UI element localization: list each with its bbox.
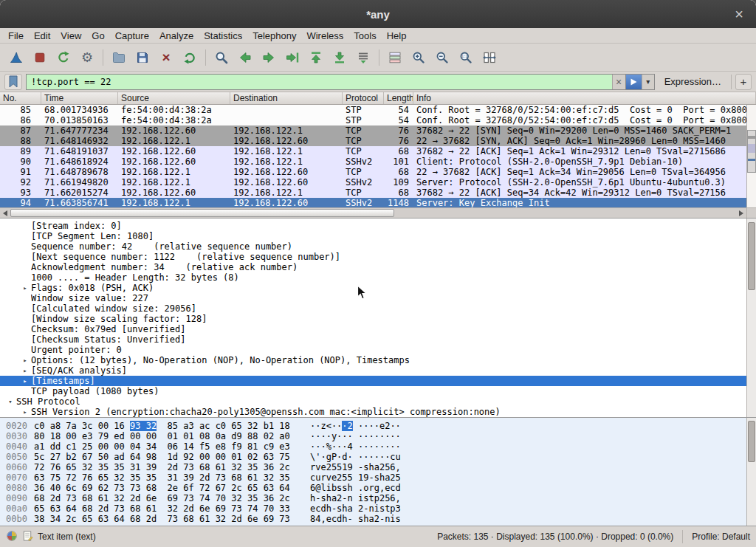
packet-cell-destination[interactable]: [230, 105, 343, 115]
hex-row[interactable]: 0020c0 a8 7a 3c 00 16 93 32 85 a3 ac c0 …: [0, 421, 746, 431]
close-capture-button[interactable]: ×: [155, 47, 177, 69]
zoom-reset-button[interactable]: 1:1: [455, 47, 477, 69]
packet-cell-length[interactable]: 54: [384, 115, 413, 125]
detail-line[interactable]: Sequence number: 42 (relative sequence n…: [0, 241, 746, 252]
expander-closed-icon[interactable]: ▸: [19, 355, 31, 365]
bytes-vscrollbar-thumb[interactable]: [748, 421, 755, 461]
packet-cell-time[interactable]: 71.648191037: [41, 146, 118, 156]
detail-line[interactable]: [Calculated window size: 29056]: [0, 303, 746, 314]
hex-bytes[interactable]: 5c 27 b2 67 50 ad 64 98 1d 92 00 00 01 0…: [34, 452, 301, 462]
go-first-button[interactable]: [305, 47, 327, 69]
packet-list-hscrollbar[interactable]: [0, 207, 746, 218]
packet-cell-time[interactable]: 71.663856741: [41, 198, 118, 208]
packet-cell-time[interactable]: 71.648146932: [41, 136, 118, 146]
hscrollbar-thumb[interactable]: [10, 209, 394, 217]
packet-cell-protocol[interactable]: TCP: [343, 136, 384, 146]
auto-scroll-button[interactable]: [352, 47, 374, 69]
packet-cell-source[interactable]: 192.168.122.1: [118, 167, 230, 177]
packet-cell-length[interactable]: 68: [384, 167, 413, 177]
packet-cell-length[interactable]: 68: [384, 146, 413, 156]
packet-cell-no[interactable]: 94: [0, 198, 41, 208]
packet-cell-source[interactable]: fe:54:00:d4:38:2a: [118, 115, 230, 125]
packet-cell-time[interactable]: 71.648618924: [41, 156, 118, 167]
save-capture-button[interactable]: [131, 47, 154, 69]
detail-line[interactable]: [Checksum Status: Unverified]: [0, 334, 746, 345]
packet-cell-destination[interactable]: 192.168.122.60: [230, 136, 343, 146]
packet-cell-info[interactable]: 37682 → 22 [SYN] Seq=0 Win=29200 Len=0 M…: [413, 125, 746, 136]
packet-cell-no[interactable]: 93: [0, 188, 41, 198]
resize-columns-button[interactable]: [478, 47, 501, 69]
packet-cell-time[interactable]: 70.013850163: [41, 115, 118, 125]
packet-cell-time[interactable]: 71.662015274: [41, 188, 118, 198]
packet-cell-time[interactable]: 71.648789678: [41, 167, 118, 177]
hex-bytes[interactable]: 68 2d 73 68 61 32 2d 6e 69 73 74 70 32 3…: [34, 493, 301, 503]
packet-cell-destination[interactable]: 192.168.122.1: [230, 146, 343, 156]
column-header-no[interactable]: No.: [0, 92, 41, 104]
packet-cell-length[interactable]: 1148: [384, 198, 413, 208]
detail-line[interactable]: ▾SSH Protocol: [0, 396, 746, 407]
menu-tools[interactable]: Tools: [348, 28, 381, 43]
packet-cell-protocol[interactable]: STP: [343, 115, 384, 125]
packet-cell-info[interactable]: 37682 → 22 [ACK] Seq=34 Ack=42 Win=29312…: [413, 188, 746, 198]
packet-row[interactable]: 9071.648618924192.168.122.60192.168.122.…: [0, 156, 746, 167]
packet-cell-destination[interactable]: 192.168.122.1: [230, 188, 343, 198]
detail-line[interactable]: Urgent pointer: 0: [0, 345, 746, 355]
packet-cell-destination[interactable]: [230, 115, 343, 125]
packet-cell-source[interactable]: 192.168.122.1: [118, 198, 230, 208]
column-header-protocol[interactable]: Protocol: [343, 92, 384, 104]
packet-row[interactable]: 8771.647777234192.168.122.60192.168.122.…: [0, 125, 746, 136]
detail-line[interactable]: ▸SSH Version 2 (encryption:chacha20-poly…: [0, 407, 746, 417]
display-filter-input[interactable]: [27, 75, 612, 89]
detail-line[interactable]: Window size value: 227: [0, 293, 746, 303]
packet-cell-info[interactable]: Conf. Root = 32768/0/52:54:00:ef:c7:d5 C…: [413, 105, 746, 115]
hex-row[interactable]: 007063 75 72 76 65 32 35 35 31 39 2d 73 …: [0, 472, 746, 483]
hex-ascii[interactable]: curve255 19-sha25: [310, 472, 401, 483]
detail-line[interactable]: [Stream index: 0]: [0, 221, 746, 231]
packet-cell-protocol[interactable]: STP: [343, 105, 384, 115]
menu-wireless[interactable]: Wireless: [301, 28, 348, 43]
expander-closed-icon[interactable]: ▸: [19, 365, 31, 376]
expander-open-icon[interactable]: ▾: [4, 396, 16, 407]
filter-dropdown-button[interactable]: ▾: [642, 75, 654, 89]
menu-statistics[interactable]: Statistics: [199, 28, 247, 43]
detail-line[interactable]: ▸Flags: 0x018 (PSH, ACK): [0, 283, 746, 293]
detail-line[interactable]: Checksum: 0x79ed [unverified]: [0, 324, 746, 334]
packet-cell-protocol[interactable]: TCP: [343, 188, 384, 198]
packet-cell-destination[interactable]: 192.168.122.60: [230, 177, 343, 188]
packet-cell-no[interactable]: 87: [0, 125, 41, 136]
packet-cell-no[interactable]: 89: [0, 146, 41, 156]
packet-cell-no[interactable]: 86: [0, 115, 41, 125]
go-last-button[interactable]: [329, 47, 351, 69]
scroll-left-arrow-icon[interactable]: [0, 208, 10, 218]
hex-row[interactable]: 00a065 63 64 68 2d 73 68 61 32 2d 6e 69 …: [0, 503, 746, 514]
packet-cell-protocol[interactable]: TCP: [343, 146, 384, 156]
packet-cell-source[interactable]: 192.168.122.60: [118, 125, 230, 136]
packet-cell-length[interactable]: 76: [384, 136, 413, 146]
restart-capture-button[interactable]: [52, 47, 75, 69]
menu-telephony[interactable]: Telephony: [247, 28, 301, 43]
stop-capture-button[interactable]: [29, 47, 51, 69]
hex-row[interactable]: 006072 76 65 32 35 35 31 39 2d 73 68 61 …: [0, 462, 746, 472]
packet-cell-destination[interactable]: 192.168.122.1: [230, 125, 343, 136]
expander-closed-icon[interactable]: ▸: [19, 407, 31, 417]
detail-line[interactable]: Acknowledgment number: 34 (relative ack …: [0, 262, 746, 272]
packet-cell-info[interactable]: Conf. Root = 32768/0/52:54:00:ef:c7:d5 C…: [413, 115, 746, 125]
hex-bytes[interactable]: 80 18 00 e3 79 ed 00 00 01 01 08 0a d9 8…: [34, 431, 301, 441]
menu-analyze[interactable]: Analyze: [154, 28, 199, 43]
packet-cell-source[interactable]: fe:54:00:d4:38:2a: [118, 105, 230, 115]
packet-cell-protocol[interactable]: SSHv2: [343, 156, 384, 167]
packet-cell-no[interactable]: 90: [0, 156, 41, 167]
packet-cell-length[interactable]: 101: [384, 156, 413, 167]
packet-cell-info[interactable]: 22 → 37682 [ACK] Seq=1 Ack=34 Win=29056 …: [413, 167, 746, 177]
hex-bytes[interactable]: a1 dd c1 25 00 00 04 34 06 14 f5 e8 f9 8…: [34, 441, 301, 452]
column-header-destination[interactable]: Destination: [230, 92, 343, 104]
menu-capture[interactable]: Capture: [110, 28, 154, 43]
hex-ascii[interactable]: ··z<···2 ····e2··: [310, 421, 401, 431]
hex-ascii[interactable]: \'·gP·d· ······cu: [310, 452, 401, 462]
packet-cell-destination[interactable]: 192.168.122.60: [230, 167, 343, 177]
packet-cell-source[interactable]: 192.168.122.60: [118, 188, 230, 198]
colorize-button[interactable]: [384, 47, 406, 69]
packet-row[interactable]: 9271.661949820192.168.122.1192.168.122.6…: [0, 177, 746, 188]
hex-bytes[interactable]: 38 34 2c 65 63 64 68 2d 73 68 61 32 2d 6…: [34, 514, 301, 524]
filter-apply-button[interactable]: [625, 75, 642, 89]
